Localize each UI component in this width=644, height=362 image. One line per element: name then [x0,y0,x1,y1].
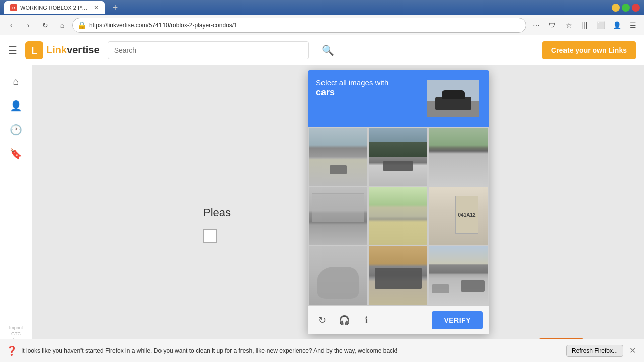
captcha-cell-1[interactable] [309,128,367,186]
captcha-controls: ↻ 🎧 ℹ [314,312,374,328]
car-roof [442,90,465,100]
browser-titlebar: R WORKING ROBLOX 2 PLAYERS C... ✕ + [0,0,644,15]
info-icon: ❓ [6,345,17,356]
reload-captcha-button[interactable]: ↻ [314,312,330,328]
security-shield-icon: 🔒 [77,21,86,29]
home-button[interactable]: ⌂ [55,18,69,32]
captcha-cell-8[interactable] [369,246,427,305]
nav-icons: ⋯ 🛡 ☆ ||| ⬜ 👤 ☰ [529,18,640,32]
account-button[interactable]: 👤 [610,18,624,32]
back-button[interactable]: ‹ [4,18,18,32]
page: ☰ L Linkvertise 🔍 Create your own Links … [0,35,644,362]
verify-button[interactable]: VERIFY [432,311,483,329]
captcha-modal: Select all images with cars [308,70,489,334]
captcha-instruction-subject: cars [316,87,420,98]
tab-close-button[interactable]: ✕ [94,4,99,11]
captcha-cell-9[interactable] [429,246,488,305]
browser-navbar: ‹ › ↻ ⌂ 🔒 ⋯ 🛡 ☆ ||| ⬜ 👤 ☰ [0,15,644,35]
sidebar-item-bookmark[interactable]: 🔖 [6,144,26,164]
minimize-button[interactable] [612,4,620,12]
audio-captcha-button[interactable]: 🎧 [336,312,352,328]
logo-icon: L [25,41,43,59]
captcha-grid: 041A12 [308,127,489,306]
captcha-instruction-prefix: Select all images with [316,78,388,87]
window-controls [612,4,640,12]
sidebar-item-user[interactable]: 👤 [6,96,26,116]
bookmarks-button[interactable]: ||| [578,18,592,32]
forward-button[interactable]: › [21,18,35,32]
maximize-button[interactable] [622,4,630,12]
search-input[interactable] [108,41,309,59]
agree-checkbox[interactable] [203,229,217,243]
refresh-firefox-button[interactable]: Refresh Firefox... [566,345,623,357]
captcha-header-image [426,78,481,119]
address-bar-container: 🔒 [72,18,526,33]
captcha-cell-2[interactable] [369,128,427,186]
notification-close-button[interactable]: ✕ [627,344,638,357]
reader-view-button[interactable]: ⬜ [594,18,608,32]
bookmark-star-icon[interactable]: ☆ [561,18,576,32]
extensions-button[interactable]: ⋯ [529,18,543,32]
please-text: Pleas [203,206,231,219]
main-content: Pleas Select all images with cars [32,65,644,362]
browser-tab[interactable]: R WORKING ROBLOX 2 PLAYERS C... ✕ [4,1,105,14]
captcha-instruction: Select all images with cars [316,78,420,98]
address-input[interactable] [72,18,526,33]
new-tab-button[interactable]: + [109,1,122,14]
sidebar: ⌂ 👤 🕐 🔖 ImprintGTCPrivacy Policy [0,65,32,362]
close-window-button[interactable] [632,4,640,12]
info-button[interactable]: ℹ [358,312,374,328]
sidebar-item-history[interactable]: 🕐 [6,120,26,140]
captcha-footer: ↻ 🎧 ℹ VERIFY [308,306,489,334]
captcha-cell-6[interactable]: 041A12 [429,187,488,245]
captcha-cell-5[interactable] [369,187,427,245]
captcha-cell-4[interactable] [309,187,367,245]
sidebar-item-home[interactable]: ⌂ [6,71,26,92]
checkbox-container [203,229,217,243]
page-body: ⌂ 👤 🕐 🔖 ImprintGTCPrivacy Policy Pleas [0,65,644,362]
captcha-cell-3[interactable] [429,128,488,186]
logo-text: Linkvertise [46,44,100,56]
create-links-button[interactable]: Create your own Links [542,41,636,59]
header-car-image [427,80,479,117]
search-button[interactable]: 🔍 [317,39,339,61]
captcha-cell-7[interactable] [309,246,367,305]
notification-bar: ❓ It looks like you haven't started Fire… [0,339,644,362]
logo[interactable]: L Linkvertise [25,41,100,59]
captcha-header: Select all images with cars [308,70,489,127]
hamburger-menu-icon[interactable]: ☰ [8,44,17,56]
tab-favicon: R [10,4,17,11]
notification-text: It looks like you haven't started Firefo… [21,347,562,354]
menu-button[interactable]: ☰ [626,18,640,32]
svg-text:L: L [31,45,37,56]
reload-button[interactable]: ↻ [38,18,52,32]
site-header: ☰ L Linkvertise 🔍 Create your own Links [0,35,644,65]
shield-icon[interactable]: 🛡 [545,18,559,32]
tab-title: WORKING ROBLOX 2 PLAYERS C... [20,5,89,11]
